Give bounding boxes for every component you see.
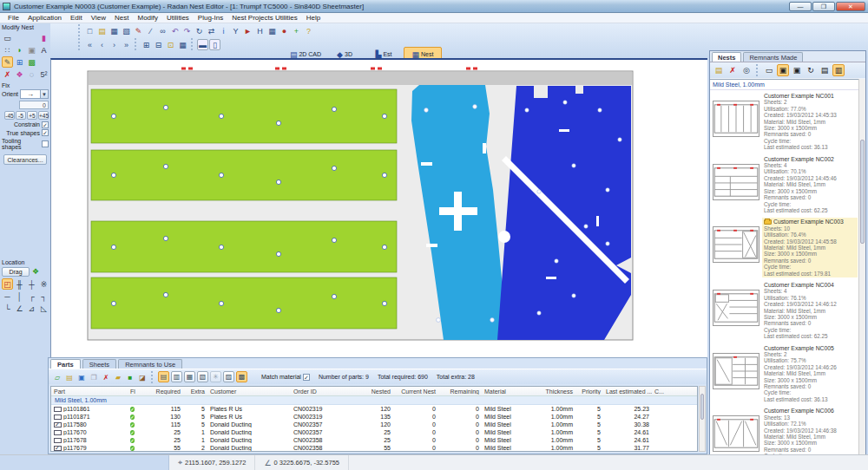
nest-item-nc005[interactable]: Customer Example NC005 Sheets: 2 Utilisa… bbox=[710, 343, 858, 406]
sheet-edit-icon[interactable]: ⊡ bbox=[165, 39, 176, 50]
blue-part[interactable] bbox=[497, 86, 631, 340]
tab-sheets[interactable]: Sheets bbox=[82, 359, 116, 369]
corner-tr-icon[interactable]: ┐ bbox=[38, 290, 49, 302]
part-row[interactable]: p1101861 ✓ 115 5 Plates R Us CN002319 12… bbox=[51, 405, 697, 413]
menu-application[interactable]: Application bbox=[23, 14, 66, 22]
col-remaining[interactable]: Remaining bbox=[438, 388, 482, 395]
clearances-button[interactable]: Clearances... bbox=[3, 154, 47, 165]
pen-icon[interactable]: ∕ bbox=[145, 25, 156, 36]
view-report-icon[interactable]: ▥ bbox=[832, 64, 845, 76]
delete-tool-icon[interactable]: ✗ bbox=[2, 69, 13, 80]
col-part[interactable]: Part bbox=[51, 388, 128, 395]
constrain-checkbox[interactable]: ✓ bbox=[42, 121, 49, 128]
window-horizontal-icon[interactable]: ▬ bbox=[197, 39, 208, 50]
angle-b-icon[interactable]: ⊿ bbox=[26, 303, 37, 314]
new-icon[interactable]: □ bbox=[84, 25, 95, 36]
view-large-icon[interactable]: ▣ bbox=[791, 64, 803, 76]
part-row[interactable]: p117679 ✓ 55 2 Donald Ducting CN002358 5… bbox=[51, 444, 697, 452]
flag-icon[interactable]: ► bbox=[242, 25, 253, 36]
orient-dropdown[interactable]: → ▼ bbox=[20, 89, 49, 99]
sheet-remove-icon[interactable]: ⊟ bbox=[153, 39, 164, 50]
menu-view[interactable]: View bbox=[87, 14, 110, 22]
open-part-icon[interactable]: ▤ bbox=[64, 372, 75, 382]
col-nested[interactable]: Nested bbox=[357, 388, 393, 395]
small-parts-tool-icon[interactable]: ∷ bbox=[2, 44, 13, 55]
array-tool-icon[interactable]: ⊞ bbox=[14, 56, 25, 68]
close-button[interactable]: ✕ bbox=[836, 2, 865, 11]
restore-button[interactable]: ❐ bbox=[812, 2, 835, 11]
align-vertical-icon[interactable]: │ bbox=[14, 290, 25, 302]
drag-button[interactable]: Drag bbox=[2, 267, 30, 277]
corner-tl-icon[interactable]: ┌ bbox=[26, 290, 37, 302]
angle-c-icon[interactable]: ◺ bbox=[38, 303, 49, 314]
tab-nests[interactable]: Nests bbox=[712, 52, 741, 62]
col-customer[interactable]: Customer bbox=[207, 388, 291, 395]
tab-remnants-made[interactable]: Remnants Made bbox=[743, 52, 803, 62]
sheet-tool-icon[interactable]: ▭ bbox=[2, 32, 13, 43]
angle-minus45-button[interactable]: -45 bbox=[4, 111, 15, 120]
match-material-checkbox[interactable]: ✓ bbox=[303, 374, 310, 381]
locate-points-icon[interactable]: ┼ bbox=[26, 278, 37, 290]
measure-icon[interactable]: H bbox=[254, 25, 266, 36]
locate-grid-icon[interactable]: ╫ bbox=[14, 278, 25, 290]
scrollbar-thumb[interactable] bbox=[700, 394, 704, 420]
import-part-icon[interactable]: ▣ bbox=[76, 372, 87, 382]
view-columns-icon[interactable]: ▧ bbox=[197, 371, 208, 382]
sheet-add-icon[interactable]: ⊞ bbox=[141, 39, 152, 50]
filter-icon[interactable]: Y bbox=[230, 25, 241, 36]
copy-part-icon[interactable]: ❐ bbox=[89, 372, 99, 382]
window-vertical-icon[interactable]: ▯ bbox=[209, 39, 220, 50]
true-shapes-checkbox[interactable]: ✓ bbox=[42, 129, 49, 136]
refresh-icon[interactable]: ↻ bbox=[194, 25, 205, 36]
draw-icon[interactable]: ✎ bbox=[133, 25, 144, 36]
text-tool-icon[interactable]: A bbox=[38, 44, 49, 55]
nest-list-scrollbar[interactable] bbox=[858, 79, 865, 460]
view-summary-icon[interactable]: ▨ bbox=[223, 371, 234, 382]
nest-item-nc003-selected[interactable]: Customer Example NC003 Sheets: 10 Utilis… bbox=[710, 216, 858, 279]
align-horizontal-icon[interactable]: ─ bbox=[2, 290, 13, 302]
part-row[interactable]: p1101871 ✓ 130 5 Plates R Us CN002319 13… bbox=[51, 413, 697, 421]
menu-file[interactable]: File bbox=[3, 14, 23, 22]
open-icon[interactable]: ▤ bbox=[96, 25, 108, 36]
col-colour[interactable]: C... bbox=[652, 388, 669, 395]
link-icon[interactable]: ∞ bbox=[157, 25, 168, 36]
view-list-icon[interactable]: ▤ bbox=[158, 371, 169, 382]
info-icon[interactable]: i bbox=[218, 25, 229, 36]
nest-item-nc006[interactable]: Customer Example NC006 Sheets: 13 Utilis… bbox=[710, 405, 858, 460]
scrollbar-thumb[interactable] bbox=[860, 140, 865, 244]
nest-canvas[interactable] bbox=[50, 58, 707, 357]
col-extra[interactable]: Extra bbox=[183, 388, 207, 395]
angle-plus45-button[interactable]: +45 bbox=[38, 111, 49, 120]
view-medium-icon[interactable]: ▣ bbox=[777, 64, 789, 76]
next-sheet-icon[interactable]: › bbox=[108, 39, 120, 50]
grid-icon[interactable]: ▦ bbox=[266, 25, 278, 36]
col-last-estimated[interactable]: Last estimated ... bbox=[603, 388, 652, 395]
col-order-id[interactable]: Order ID bbox=[291, 388, 357, 395]
box-tool-icon[interactable]: ▣ bbox=[26, 44, 37, 55]
nest-group-header[interactable]: Mild Steel, 1.00mm bbox=[710, 80, 858, 90]
nest-item-nc002[interactable]: Customer Example NC002 Sheets: 4 Utilisa… bbox=[710, 153, 858, 217]
menu-nest-projects-utilities[interactable]: Nest Projects Utilities bbox=[227, 14, 302, 22]
user-icon[interactable]: ● bbox=[279, 25, 290, 36]
last-sheet-icon[interactable]: » bbox=[121, 39, 132, 50]
part-row[interactable]: p117580 ✓ 115 5 Donald Ducting CN002357 … bbox=[51, 421, 697, 428]
tab-parts[interactable]: Parts bbox=[50, 359, 81, 369]
parts-group-header[interactable]: Mild Steel, 1.00mm bbox=[51, 396, 697, 405]
add-part-icon[interactable]: ▱ bbox=[52, 372, 62, 382]
col-current-nest[interactable]: Current Nest bbox=[393, 388, 438, 395]
save-icon[interactable]: ▦ bbox=[108, 25, 120, 36]
locate-free-icon[interactable]: ◰ bbox=[2, 278, 13, 290]
sheet-grid-icon[interactable]: ▦ bbox=[177, 39, 188, 50]
rotate-tool-icon[interactable]: ◌ bbox=[26, 69, 37, 80]
print-icon[interactable]: ▧ bbox=[121, 25, 132, 36]
pin-icon[interactable]: + bbox=[291, 25, 302, 36]
menu-modify[interactable]: Modify bbox=[133, 14, 162, 22]
nest-item-nc004[interactable]: Customer Example NC004 Sheets: 4 Utilisa… bbox=[710, 279, 858, 343]
exit-tool-icon[interactable]: ▮ bbox=[38, 32, 49, 43]
quantity-tool-icon[interactable]: 5² bbox=[38, 69, 49, 80]
prev-sheet-icon[interactable]: ‹ bbox=[96, 39, 108, 50]
part-row[interactable]: p117670 ✓ 25 1 Donald Ducting CN002357 2… bbox=[51, 428, 697, 436]
col-thickness[interactable]: Thickness bbox=[532, 388, 575, 395]
menu-nest[interactable]: Nest bbox=[110, 14, 133, 22]
nest-part-icon[interactable]: ■ bbox=[125, 372, 135, 382]
